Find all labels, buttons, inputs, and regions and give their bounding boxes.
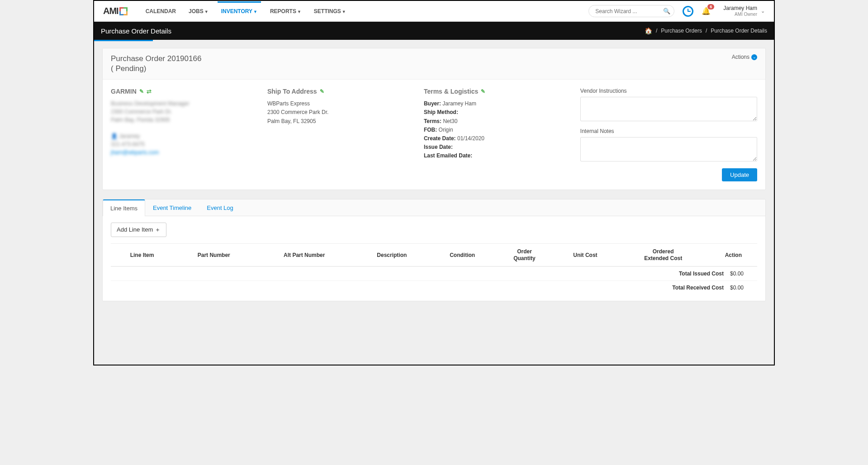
terms-heading: Terms & Logistics	[424, 88, 478, 95]
crumb-purchase-orders[interactable]: Purchase Orders	[661, 28, 702, 34]
user-role: AMI Owner	[723, 12, 757, 17]
logo-bracket-icon-2	[119, 7, 128, 15]
caret-down-icon: ▼	[342, 9, 346, 14]
search-icon[interactable]: 🔍	[663, 8, 670, 14]
tabs: Line Items Event Timeline Event Log	[103, 199, 765, 216]
title-bar: Purchase Order Details 🏠 / Purchase Orde…	[94, 22, 774, 40]
home-icon[interactable]: 🏠	[645, 27, 652, 34]
tab-line-items[interactable]: Line Items	[103, 199, 145, 216]
shipto-section: Ship To Address ✎ WBParts Express 2300 C…	[267, 88, 415, 181]
breadcrumb: 🏠 / Purchase Orders / Purchase Order Det…	[645, 27, 767, 34]
search-input[interactable]	[595, 8, 663, 14]
tab-event-log[interactable]: Event Log	[199, 199, 241, 216]
shipto-heading: Ship To Address	[267, 88, 317, 95]
nav-reports[interactable]: REPORTS▼	[270, 2, 301, 21]
caret-down-icon: ▼	[297, 9, 301, 14]
vendor-heading: GARMIN	[111, 88, 137, 95]
logo[interactable]: AMI	[103, 6, 128, 16]
internal-notes-input[interactable]	[580, 137, 757, 161]
notes-section: Vendor Instructions Internal Notes Updat…	[580, 88, 757, 181]
col-action: Action	[710, 244, 757, 266]
col-line-item: Line Item	[111, 244, 173, 266]
nav-settings[interactable]: SETTINGS▼	[314, 2, 346, 21]
edit-icon[interactable]: ✎	[320, 88, 324, 95]
crumb-current: Purchase Order Details	[711, 28, 767, 34]
line-items-card: Line Items Event Timeline Event Log Add …	[102, 199, 766, 301]
swap-icon[interactable]: ⇄	[147, 88, 152, 95]
page-title: Purchase Order Details	[101, 27, 171, 35]
shipto-line2: 2300 Commerce Park Dr.	[267, 108, 415, 117]
update-button[interactable]: Update	[722, 168, 757, 181]
top-nav: AMI CALENDAR JOBS▼ INVENTORY▼ REPORTS▼ S…	[94, 1, 774, 22]
total-received-label: Total Received Cost	[672, 285, 724, 291]
col-alt-part-number: Alt Part Number	[254, 244, 354, 266]
line-items-table: Line Item Part Number Alt Part Number De…	[111, 243, 757, 266]
clock-icon[interactable]	[683, 6, 693, 17]
po-title: Purchase Order 20190166 ( Pending)	[111, 54, 201, 74]
nav-items: CALENDAR JOBS▼ INVENTORY▼ REPORTS▼ SETTI…	[146, 2, 346, 21]
notification-badge: 6	[707, 4, 714, 9]
col-order-quantity: OrderQuantity	[495, 244, 554, 266]
add-line-item-button[interactable]: Add Line Item ＋	[111, 223, 166, 237]
col-description: Description	[354, 244, 430, 266]
total-received-value: $0.00	[730, 285, 752, 291]
edit-icon[interactable]: ✎	[481, 88, 485, 95]
col-unit-cost: Unit Cost	[554, 244, 617, 266]
search-box[interactable]: 🔍	[588, 5, 674, 17]
edit-icon[interactable]: ✎	[139, 88, 144, 95]
shipto-line1: WBParts Express	[267, 100, 415, 108]
vendor-instructions-label: Vendor Instructions	[580, 88, 757, 94]
nav-inventory[interactable]: INVENTORY▼	[221, 2, 257, 21]
chevron-down-icon: ⌄	[761, 8, 765, 14]
nav-jobs[interactable]: JOBS▼	[189, 2, 209, 21]
chevron-down-circle-icon: ⌄	[751, 54, 757, 60]
vendor-address-blurred: Business Development Manager 2300 Commer…	[111, 100, 258, 157]
vendor-instructions-input[interactable]	[580, 97, 757, 121]
total-issued-label: Total Issued Cost	[679, 270, 724, 277]
col-part-number: Part Number	[173, 244, 254, 266]
po-card-header: Purchase Order 20190166 ( Pending) Actio…	[103, 48, 765, 80]
notifications-button[interactable]: 🔔 6	[702, 7, 711, 15]
shipto-line3: Palm Bay, FL 32905	[267, 117, 415, 126]
tab-body: Add Line Item ＋ Line Item Part Number Al…	[103, 216, 765, 301]
caret-down-icon: ▼	[204, 9, 209, 14]
nav-right: 🔍 🔔 6 Jaramey Ham AMI Owner ⌄	[588, 5, 765, 17]
plus-icon: ＋	[155, 226, 161, 233]
terms-section: Terms & Logistics ✎ Buyer: Jaramey Ham S…	[424, 88, 571, 181]
totals: Total Issued Cost $0.00 Total Received C…	[111, 266, 757, 294]
total-issued-value: $0.00	[730, 270, 752, 277]
logo-text: AMI	[103, 6, 119, 16]
caret-down-icon: ▼	[253, 9, 257, 14]
po-card: Purchase Order 20190166 ( Pending) Actio…	[102, 48, 766, 190]
actions-dropdown[interactable]: Actions ⌄	[732, 54, 757, 60]
col-extended-cost: OrderedExtended Cost	[617, 244, 710, 266]
content-area: Purchase Order 20190166 ( Pending) Actio…	[94, 40, 774, 365]
vendor-section: GARMIN ✎ ⇄ Business Development Manager …	[111, 88, 258, 181]
internal-notes-label: Internal Notes	[580, 128, 757, 134]
col-condition: Condition	[430, 244, 495, 266]
nav-calendar[interactable]: CALENDAR	[146, 2, 176, 21]
user-menu[interactable]: Jaramey Ham AMI Owner ⌄	[723, 5, 765, 17]
tab-event-timeline[interactable]: Event Timeline	[145, 199, 199, 216]
user-name: Jaramey Ham	[723, 5, 757, 11]
